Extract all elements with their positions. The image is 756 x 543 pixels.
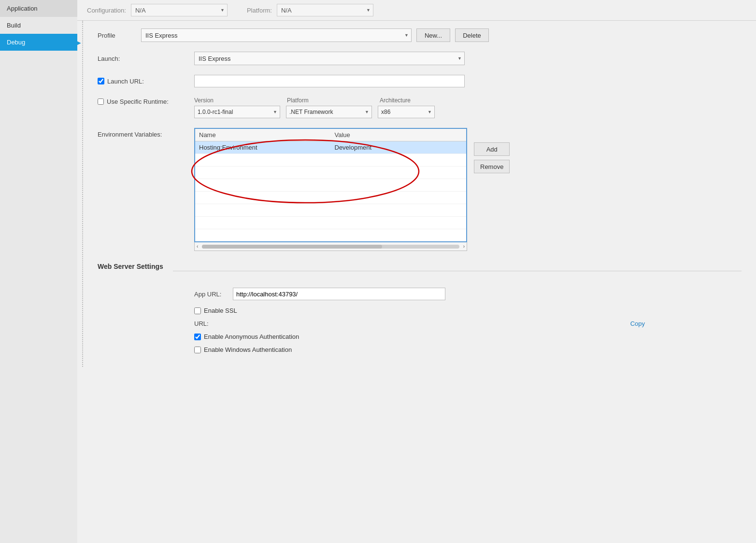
runtime-platform-select[interactable]: .NET Framework — [286, 106, 372, 118]
use-specific-runtime-label: Use Specific Runtime: — [107, 98, 169, 105]
runtime-sub-labels: Version Platform Architecture — [194, 97, 438, 104]
launch-url-input[interactable] — [194, 75, 465, 87]
arch-select-wrapper: x86 — [378, 106, 435, 118]
settings-panel: Profile IIS Express ▼ New... Delete Laun… — [82, 21, 756, 367]
section-title-row: Web Server Settings — [98, 263, 742, 279]
new-button[interactable]: New... — [416, 28, 450, 42]
table-row — [195, 192, 467, 204]
configuration-label: Configuration: — [87, 7, 126, 14]
configuration-select-wrapper: N/A — [131, 4, 228, 16]
profile-row: Profile IIS Express ▼ New... Delete — [98, 28, 742, 42]
table-row — [195, 217, 467, 229]
platform-select[interactable]: N/A — [277, 4, 373, 16]
launch-url-checkbox-area: Launch URL: — [98, 78, 194, 85]
table-row — [195, 229, 467, 242]
scroll-thumb — [202, 245, 382, 249]
sidebar-item-build[interactable]: Build — [0, 17, 77, 34]
launch-select-wrapper: IIS Express — [194, 52, 465, 65]
runtime-dropdowns: 1.0.0-rc1-final .NET Framework x86 — [194, 106, 438, 118]
arch-sub-label: Architecture — [380, 97, 438, 104]
web-server-section: Web Server Settings App URL: Enable SSL … — [98, 263, 742, 353]
remove-env-button[interactable]: Remove — [474, 160, 510, 173]
enable-ssl-row: Enable SSL — [194, 307, 742, 314]
enable-ssl-checkbox[interactable] — [194, 307, 201, 314]
table-row — [195, 204, 467, 217]
launch-row: Launch: IIS Express — [98, 52, 742, 65]
enable-windows-auth-row: Enable Windows Authentication — [194, 346, 742, 353]
profile-select[interactable]: IIS Express — [141, 28, 412, 42]
platform-label: Platform: — [247, 7, 272, 14]
platform-sub-label: Platform — [287, 97, 374, 104]
sidebar: Application Build Debug — [0, 0, 77, 543]
enable-windows-auth-label: Enable Windows Authentication — [204, 346, 292, 353]
table-row — [195, 179, 467, 192]
runtime-selects: Version Platform Architecture 1.0.0-rc1-… — [194, 97, 438, 118]
version-select-wrapper: 1.0.0-rc1-final — [194, 106, 280, 118]
app-url-row: App URL: — [194, 288, 742, 300]
env-buttons: Add Remove — [474, 128, 510, 173]
enable-ssl-label: Enable SSL — [204, 307, 237, 314]
env-name-header: Name — [195, 128, 331, 141]
env-table-area: Name Value Hosting:Environment Developme… — [194, 128, 467, 251]
env-table-body: Hosting:Environment Development — [195, 141, 467, 242]
launch-label: Launch: — [98, 55, 194, 62]
env-scrollbar[interactable]: ‹ › — [194, 242, 467, 251]
version-select[interactable]: 1.0.0-rc1-final — [194, 106, 280, 118]
table-row[interactable]: Hosting:Environment Development — [195, 141, 467, 154]
env-name-cell: Hosting:Environment — [195, 141, 331, 154]
sidebar-item-debug[interactable]: Debug — [0, 34, 77, 51]
env-value-header: Value — [331, 128, 467, 141]
launch-url-label: Launch URL: — [107, 78, 144, 85]
use-specific-runtime-checkbox[interactable] — [98, 98, 104, 105]
url-label: URL: — [194, 320, 233, 327]
sidebar-item-application[interactable]: Application — [0, 0, 77, 17]
enable-anonymous-auth-label: Enable Anonymous Authentication — [204, 333, 299, 340]
version-sub-label: Version — [194, 97, 281, 104]
env-table-header: Name Value — [195, 128, 467, 141]
arch-select[interactable]: x86 — [378, 106, 435, 118]
env-variables-row: Environment Variables: Name Value — [98, 128, 742, 251]
top-bar: Configuration: N/A Platform: N/A — [77, 0, 756, 21]
configuration-select[interactable]: N/A — [131, 4, 228, 16]
url-row: URL: Copy — [194, 320, 742, 327]
scroll-right-icon[interactable]: › — [463, 244, 465, 249]
table-row — [195, 154, 467, 167]
use-specific-runtime-row: Use Specific Runtime: Version Platform A… — [98, 97, 742, 118]
enable-windows-auth-checkbox[interactable] — [194, 347, 201, 353]
enable-anonymous-auth-row: Enable Anonymous Authentication — [194, 333, 742, 340]
app-url-input[interactable] — [233, 288, 445, 300]
table-row — [195, 167, 467, 179]
env-value-cell: Development — [331, 141, 467, 154]
launch-url-row: Launch URL: — [98, 75, 742, 87]
launch-url-checkbox[interactable] — [98, 78, 104, 84]
env-table[interactable]: Name Value Hosting:Environment Developme… — [194, 128, 467, 242]
env-variables-label: Environment Variables: — [98, 128, 194, 138]
runtime-label-area: Use Specific Runtime: — [98, 97, 194, 105]
profile-label: Profile — [98, 32, 136, 39]
launch-select[interactable]: IIS Express — [194, 52, 465, 65]
copy-link[interactable]: Copy — [630, 320, 645, 327]
delete-button[interactable]: Delete — [455, 28, 489, 42]
platform-select-wrapper: N/A — [277, 4, 373, 16]
scroll-track[interactable] — [202, 245, 459, 249]
web-server-title: Web Server Settings — [98, 263, 163, 270]
add-env-button[interactable]: Add — [474, 142, 510, 156]
app-container: Application Build Debug Configuration: N… — [0, 0, 756, 543]
enable-anonymous-auth-checkbox[interactable] — [194, 334, 201, 340]
runtime-platform-select-wrapper: .NET Framework — [286, 106, 372, 118]
section-divider — [173, 271, 742, 271]
scroll-left-icon[interactable]: ‹ — [197, 244, 198, 249]
main-content: Configuration: N/A Platform: N/A Profile — [77, 0, 756, 543]
app-url-label: App URL: — [194, 291, 233, 298]
